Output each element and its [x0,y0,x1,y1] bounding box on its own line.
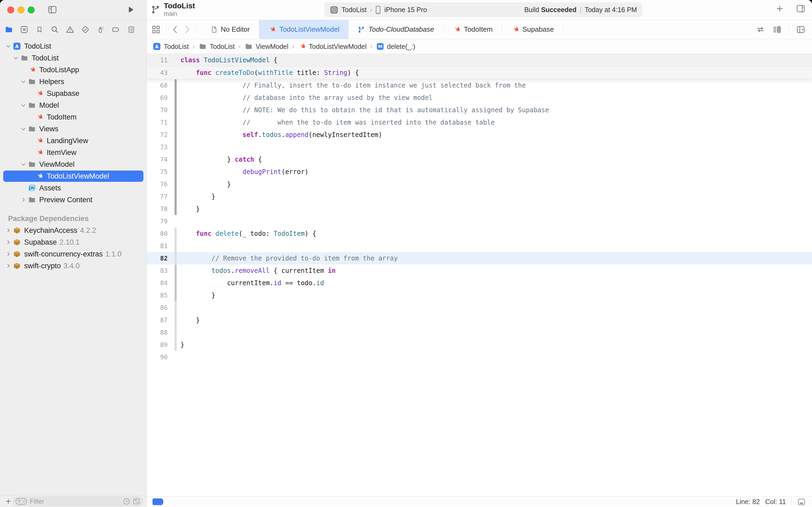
chevron-right-icon[interactable] [4,239,12,245]
line-number: 85 [147,292,172,299]
toggle-inspector-icon[interactable] [795,4,806,13]
zoom-window-button[interactable] [27,6,35,13]
code-line-71[interactable]: 71 // when the to-do item was inserted i… [147,116,812,129]
tree-row-landingview[interactable]: LandingView [0,135,147,147]
add-remove-icon[interactable] [132,498,140,505]
code-line-72[interactable]: 72 self.todos.append(newlyInsertedItem) [147,129,812,141]
scheme-selector[interactable]: TodoList › iPhone 15 Pro [330,6,427,14]
chevron-right-icon[interactable] [4,227,12,233]
scheme-bar[interactable]: TodoList › iPhone 15 Pro Build Succeeded… [325,2,642,17]
code-line-70[interactable]: 70 // NOTE: We do this to obtain the id … [147,104,812,116]
tree-row-model[interactable]: Model [0,99,147,111]
chevron-down-icon[interactable] [19,161,27,167]
code-line-82[interactable]: 82 // Remove the provided to-do item fro… [147,252,812,265]
code-line-74[interactable]: 74 } catch { [147,153,812,166]
breadcrumb-todolistviewmodel[interactable]: TodoListViewModel [298,43,366,51]
chevron-right-icon[interactable] [19,197,27,203]
add-editor-icon[interactable] [796,25,806,34]
chevron-right-icon[interactable] [4,263,12,269]
tree-row-viewmodel[interactable]: ViewModel [0,158,147,170]
tab-no-editor[interactable]: No Editor [201,20,259,39]
tree-row-preview-content[interactable]: Preview Content [0,194,147,206]
adjust-editor-icon[interactable] [756,25,765,34]
toggle-sidebar-icon[interactable] [47,5,57,14]
bottom-bar-toggle-icon[interactable] [797,498,806,506]
code-line-11[interactable]: 11class TodoListViewModel { [147,54,812,67]
code-line-81[interactable]: 81 [147,240,812,252]
tree-row-supabase[interactable]: Supabase [0,88,147,99]
code-line-89[interactable]: 89} [147,339,812,351]
code-line-78[interactable]: 78 } [147,203,812,215]
add-toolbar-button[interactable] [775,4,784,13]
breadcrumb-delete-[interactable]: Mdelete(_:) [376,43,415,51]
tab-todoitem[interactable]: TodoItem [444,20,502,39]
package-row[interactable]: swift-crypto3.4.0 [0,260,147,272]
code-line-43[interactable]: 43 func createToDo(withTitle title: Stri… [147,67,812,79]
chevron-right-icon[interactable] [4,251,12,257]
tree-row-assets[interactable]: Assets [0,182,147,194]
report-navigator-icon[interactable] [127,25,136,34]
code-editor[interactable]: 11class TodoListViewModel {43 func creat… [147,54,812,496]
minimize-window-button[interactable] [17,6,24,13]
bookmark-navigator-icon[interactable] [35,25,44,34]
code-line-73[interactable]: 73 [147,141,812,153]
package-row[interactable]: swift-concurrency-extras1.1.0 [0,248,147,260]
tab-supabase[interactable]: Supabase [502,20,563,39]
line-number: 74 [147,156,172,163]
package-row[interactable]: Supabase2.10.1 [0,236,147,248]
code-line-76[interactable]: 76 } [147,178,812,190]
code-line-88[interactable]: 88 [147,326,812,339]
tree-row-todolist[interactable]: ATodoList [0,40,147,52]
breadcrumb-todolist[interactable]: ATodoList [153,42,189,51]
back-button[interactable] [172,25,179,34]
code-line-80[interactable]: 80 func delete(_ todo: TodoItem) { [147,227,812,240]
debug-navigator-icon[interactable] [96,25,105,34]
code-line-83[interactable]: 83 todos.removeAll { currentItem in [147,265,812,277]
issue-navigator-icon[interactable] [65,25,75,34]
tab-todolistviewmodel[interactable]: TodoListViewModel [259,20,349,39]
filter-input[interactable]: Filter [13,497,143,506]
editor-layout-icon[interactable] [152,25,161,34]
code-line-69[interactable]: 69 // database into the array used by th… [147,92,812,104]
breakpoint-navigator-icon[interactable] [111,25,121,34]
test-navigator-icon[interactable] [81,25,90,34]
tree-row-helpers[interactable]: Helpers [0,76,147,88]
code-line-79[interactable]: 79 [147,215,812,227]
project-navigator-icon[interactable] [4,25,13,34]
code-line-85[interactable]: 85 } [147,289,812,301]
tree-row-views[interactable]: Views [0,123,147,135]
run-button[interactable] [126,5,135,14]
tree-row-itemview[interactable]: ItemView [0,147,147,158]
breadcrumb-viewmodel[interactable]: ViewModel [244,43,288,51]
code-line-77[interactable]: 77 } [147,190,812,203]
chevron-down-icon[interactable] [12,55,20,61]
chevron-down-icon[interactable] [19,79,27,84]
tree-row-todoitem[interactable]: TodoItem [0,111,147,123]
breadcrumb-todolist[interactable]: TodoList [198,43,235,51]
close-window-button[interactable] [7,6,14,13]
code-line-90[interactable]: 90 [147,351,812,363]
code-line-84[interactable]: 84 currentItem.id == todo.id [147,277,812,289]
code-line-87[interactable]: 87 } [147,314,812,326]
minimap-icon[interactable] [772,25,781,34]
activity-status[interactable]: Build Succeeded | Today at 4:16 PM [524,6,637,14]
chevron-down-icon[interactable] [4,43,12,49]
code-line-68[interactable]: 68 // Finally, insert the to-do item ins… [147,79,812,92]
chevron-down-icon[interactable] [19,102,27,108]
chevron-down-icon[interactable] [19,126,27,132]
code-line-86[interactable]: 86 [147,301,812,314]
source-control-navigator-icon[interactable] [19,25,29,34]
recents-clock-icon[interactable] [123,498,130,505]
add-item-button[interactable] [4,498,13,505]
package-row[interactable]: KeychainAccess4.2.2 [0,225,147,236]
tree-row-todolistviewmodel[interactable]: TodoListViewModel [0,170,147,182]
cursor-col-indicator: Col: 11 [765,498,786,506]
editor-tab-bar: No EditorTodoListViewModelTodo-CloudData… [147,19,812,39]
find-navigator-icon[interactable] [50,25,59,34]
tree-row-todolistapp[interactable]: TodoListApp [0,64,147,76]
tab-todo-clouddatabase[interactable]: Todo-CloudDatabase [349,20,443,39]
forward-button[interactable] [184,25,191,34]
code-line-75[interactable]: 75 debugPrint(error) [147,166,812,178]
tree-row-todolist[interactable]: TodoList [0,52,147,64]
focused-editor-badge[interactable] [153,498,163,505]
